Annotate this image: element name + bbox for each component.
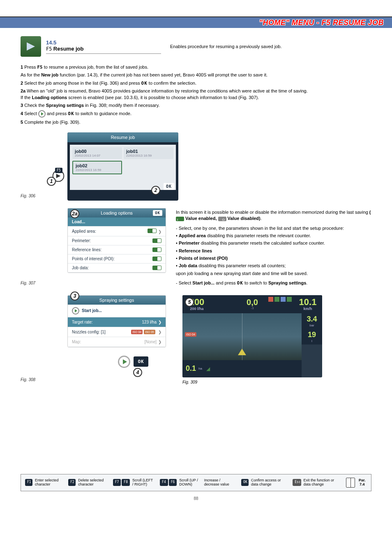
resume-job-icon — [21, 36, 41, 57]
section-description: Enables procedure for resuming a previou… — [170, 44, 281, 49]
toggle-icon[interactable] — [152, 247, 161, 252]
guidance-window: 5 200200 l/ha 0,0-3 10.1km/h 3.4bar 19l — [182, 295, 322, 377]
play-icon — [118, 356, 130, 368]
fig307-caption: Fig. 307 — [21, 281, 41, 288]
f1-key-icon: F1 — [25, 479, 32, 486]
section-header: 14.5 F5 Resume job Enables procedure for… — [21, 36, 371, 57]
guidance-field — [182, 313, 302, 360]
book-icon — [346, 478, 355, 488]
loading-options-info: In this screen it is possible to enable … — [176, 208, 371, 288]
fig308-caption: Fig. 308 — [21, 377, 41, 384]
status-icon — [287, 297, 292, 302]
ok-key-icon: OK — [241, 479, 249, 486]
page-header-bar: "HOME" MENU - F5 RESUME JOB — [0, 16, 392, 28]
footer-legend: F1Enter selected character F2Delete sele… — [0, 474, 392, 509]
callout-2: 2 — [151, 186, 160, 195]
page-header-title: "HOME" MENU - F5 RESUME JOB — [259, 18, 384, 27]
toggle-icon[interactable] — [152, 238, 161, 243]
nozzle-badge: ISO 04 — [185, 332, 196, 337]
callout-5: 5 — [185, 298, 194, 307]
callout-1: 1 — [47, 177, 56, 186]
callout-2a: 2a — [70, 209, 79, 218]
ok-button[interactable]: OK — [153, 210, 162, 216]
status-icon — [274, 297, 279, 302]
f6-key-icon: F6 — [169, 479, 177, 486]
section-title: Resume job — [53, 46, 84, 52]
steps-list: 1 Press F5 to resume a previous job, fro… — [21, 64, 371, 126]
target-rate-row[interactable]: Target rate:123 l/ha❯ — [68, 317, 166, 327]
spraying-settings-window: 3 Spraying settings Start job... Target … — [67, 295, 166, 347]
esc-key-icon: Esc — [293, 479, 301, 486]
fig309-caption: Fig. 309 — [182, 380, 322, 384]
play-ok-group: OK 4 — [100, 356, 166, 368]
map-row[interactable]: Map:[None]❯ — [68, 337, 166, 347]
callout-3: 3 — [70, 291, 79, 301]
toggle-icon[interactable] — [152, 257, 161, 261]
resume-job-window: F5 1 Resume job job0020/02/2013 14:07 jo… — [67, 132, 178, 201]
play-icon — [38, 110, 46, 118]
f4-key-icon: F4 — [160, 479, 168, 486]
job-item-selected[interactable]: job0222/02/2013 16:59 — [72, 161, 122, 174]
f5-key-icon: F5 1 — [50, 168, 67, 184]
page-number: 88 — [21, 496, 371, 501]
load-row-job-data[interactable]: Job data: — [68, 264, 166, 273]
loading-options-window: 2a Loading optionsOK Load... Applied are… — [67, 208, 166, 273]
toggle-on-icon — [176, 217, 184, 221]
load-row-load[interactable]: Load... — [68, 217, 166, 227]
resume-job-titlebar: Resume job — [67, 132, 178, 142]
fig306-caption: Fig. 306 — [21, 194, 41, 201]
f7-key-icon: F7 — [113, 479, 121, 486]
ok-button[interactable]: OK — [164, 183, 174, 190]
toggle-icon[interactable] — [152, 266, 161, 270]
tractor-arrow-icon — [238, 349, 246, 355]
job-item[interactable]: job0122/02/2013 16:59 — [124, 147, 173, 159]
nozzles-config-row[interactable]: Nozzles config: [1]ISO 04ISO 05❯ — [68, 327, 166, 337]
status-icon — [281, 297, 286, 302]
start-job-row[interactable]: Start job... — [68, 305, 166, 317]
f2-key-icon: F2 — [68, 479, 76, 486]
load-row-applied-area[interactable]: Applied area:❯ — [68, 227, 166, 236]
job-item[interactable]: job0020/02/2013 14:07 — [72, 147, 122, 159]
callout-4: 4 — [133, 368, 142, 377]
area-icon: ◢ — [206, 366, 210, 372]
toggle-off-icon — [218, 217, 226, 221]
ok-button[interactable]: OK — [134, 356, 148, 367]
f8-key-icon: F8 — [122, 479, 130, 486]
status-icon — [268, 297, 273, 302]
section-number: 14.5 — [46, 39, 161, 46]
load-row-perimeter[interactable]: Perimeter: — [68, 236, 166, 245]
play-icon — [72, 307, 79, 314]
load-row-poi[interactable]: Points of interest (POI): — [68, 254, 166, 264]
load-row-reference-lines[interactable]: Reference lines: — [68, 245, 166, 254]
toggle-icon[interactable] — [148, 229, 157, 233]
section-f5: F5 — [46, 46, 52, 52]
